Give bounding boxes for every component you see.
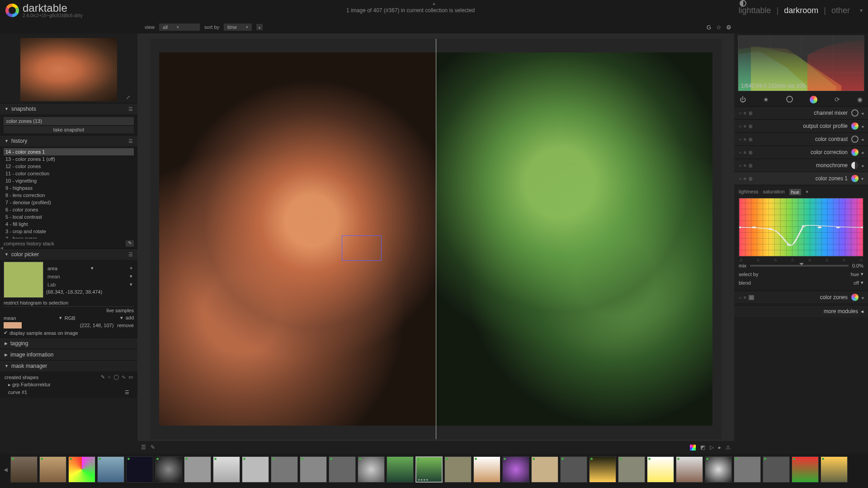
mask-ellipse-icon[interactable]: ◯ <box>113 374 119 380</box>
module-output-color-profile[interactable]: ○≡⊞ output color profile ◂ <box>734 119 868 132</box>
image-information-header[interactable]: ▶image information <box>0 349 137 360</box>
histogram[interactable]: 1/640 f/4.0 102mm iso 100 <box>738 35 864 91</box>
history-item[interactable]: 7 - denoise (profiled) <box>4 199 134 206</box>
mask-item-menu-icon[interactable]: ☰ <box>125 389 129 395</box>
sort-dropdown[interactable]: time <box>224 23 252 31</box>
filmstrip-thumb[interactable] <box>329 456 356 483</box>
quick-styles-icon[interactable]: ✎ <box>151 444 155 450</box>
snapshot-split-line[interactable] <box>436 39 436 439</box>
module-channel-mixer[interactable]: ○≡⊞ channel mixer ◂ <box>734 106 868 119</box>
mask-gradient-icon[interactable]: ▭ <box>128 374 133 380</box>
history-item[interactable]: 14 - color zones 1 <box>4 148 134 155</box>
filmstrip-thumb[interactable] <box>271 456 298 483</box>
cz-mix-slider[interactable] <box>750 265 849 267</box>
star-overlay-icon[interactable]: ☆ <box>715 23 722 31</box>
picker-tool-icon[interactable]: ⌖ <box>130 265 132 271</box>
module-color-zones-1[interactable]: ○≡⊞ color zones 1 ▾ <box>734 172 868 185</box>
left-panel-handle[interactable]: ◂ <box>0 244 5 255</box>
filmstrip-thumb[interactable] <box>39 456 66 483</box>
filmstrip-thumb[interactable] <box>618 456 645 483</box>
modgroup-correct-icon[interactable]: ⟳ <box>835 96 840 103</box>
modgroup-color-icon[interactable] <box>810 96 817 103</box>
gamut-check-icon[interactable]: ◩ <box>700 444 705 450</box>
filmstrip-thumb[interactable] <box>184 456 211 483</box>
filmstrip-thumb[interactable] <box>647 456 674 483</box>
view-darkroom[interactable]: darkroom <box>784 6 818 15</box>
history-item[interactable]: 8 - lens correction <box>4 192 134 199</box>
history-item[interactable]: 6 - color zones <box>4 206 134 213</box>
module-monochrome[interactable]: ○≡⊞ monochrome ◂ <box>734 159 868 172</box>
mask-group-item[interactable]: ▸ grp Farbkorrektur <box>4 381 134 389</box>
preferences-gear-icon[interactable]: ⚙ <box>725 23 732 31</box>
history-item[interactable]: 10 - vignetting <box>4 177 134 184</box>
cz-tab-lightness[interactable]: lightness <box>739 189 758 195</box>
compress-history-button[interactable]: compress history stack <box>4 241 126 246</box>
colorpicker-presets-icon[interactable]: ☰ <box>128 252 133 258</box>
filmstrip-thumb[interactable] <box>242 456 269 483</box>
softproof-icon[interactable] <box>690 445 696 450</box>
image-canvas-wrapper[interactable] <box>150 39 722 439</box>
create-style-icon[interactable]: ✎ <box>126 240 134 247</box>
filmstrip-thumb[interactable] <box>213 456 240 483</box>
cz-selectby-dropdown[interactable]: hue ▾ <box>851 271 863 277</box>
filmstrip-prev-icon[interactable]: ◂ <box>3 465 9 474</box>
history-item[interactable]: 5 - local contrast <box>4 213 134 221</box>
snapshots-presets-icon[interactable]: ☰ <box>128 106 133 112</box>
view-other-menu-icon[interactable]: ▾ <box>860 7 863 14</box>
history-presets-icon[interactable]: ☰ <box>128 138 133 144</box>
history-item[interactable]: 2 - base curve <box>4 235 134 239</box>
filmstrip-thumb[interactable] <box>97 456 124 483</box>
filmstrip-thumb[interactable] <box>792 456 819 483</box>
sort-direction-button[interactable]: ▴ <box>256 24 263 30</box>
cz-curve-editor[interactable] <box>739 198 863 257</box>
colorpicker-header[interactable]: ▼color picker☰ <box>0 249 137 260</box>
filmstrip-thumb[interactable] <box>589 456 616 483</box>
mask-circle-icon[interactable]: ○ <box>108 374 111 380</box>
snapshots-header[interactable]: ▼snapshots☰ <box>0 103 137 114</box>
filmstrip-thumb[interactable] <box>300 456 327 483</box>
cz-tab-hue[interactable]: hue <box>789 189 801 195</box>
view-filter-dropdown[interactable]: all <box>159 23 200 31</box>
filmstrip-thumb[interactable] <box>68 456 95 483</box>
filmstrip-thumb[interactable] <box>531 456 558 483</box>
filmstrip-thumb[interactable] <box>560 456 587 483</box>
mask-brush-icon[interactable]: ✎ <box>101 374 105 380</box>
filmstrip-thumb[interactable] <box>821 456 848 483</box>
remove-sample-button[interactable]: remove <box>117 323 134 328</box>
add-sample-button[interactable]: add <box>126 315 134 321</box>
mask-manager-header[interactable]: ▼mask manager <box>0 361 137 371</box>
history-item[interactable]: 11 - color correction <box>4 170 134 177</box>
filmstrip-thumb[interactable] <box>473 456 500 483</box>
cz-picker-icon[interactable]: ⌖ <box>806 189 808 195</box>
quick-presets-icon[interactable]: ☰ <box>141 444 146 450</box>
filmstrip-thumb[interactable] <box>126 456 153 483</box>
navigation-thumbnail[interactable]: ⤢ <box>0 33 137 103</box>
modgroup-favorites-icon[interactable]: ★ <box>763 96 769 103</box>
restrict-histogram-label[interactable]: restrict histogram to selection <box>4 299 134 306</box>
mask-path-icon[interactable]: ∿ <box>122 374 126 380</box>
snapshot-item[interactable]: color zones (13) <box>4 117 134 125</box>
picker-mode-dropdown[interactable]: area <box>47 266 57 271</box>
filmstrip-thumb[interactable] <box>444 456 472 483</box>
color-picker-region[interactable] <box>342 235 382 261</box>
more-modules-button[interactable]: more modules◂ <box>734 305 868 317</box>
history-item[interactable]: 3 - crop and rotate <box>4 228 134 235</box>
module-color-zones[interactable]: ○≡⊞ color zones ◂ <box>734 291 868 304</box>
top-panel-handle[interactable]: ▴ <box>433 0 435 6</box>
overexposed-icon[interactable]: ▷ <box>710 444 714 450</box>
picker-stat-dropdown[interactable]: mean <box>47 274 60 279</box>
warning-icon[interactable]: ⚠ <box>726 444 731 450</box>
filmstrip-thumb[interactable] <box>358 456 385 483</box>
module-color-contrast[interactable]: ○≡⊞ color contrast ◂ <box>734 132 868 145</box>
filmstrip-thumb[interactable] <box>763 456 790 483</box>
display-samples-checkbox[interactable]: ✔ <box>4 330 8 336</box>
history-item[interactable]: 13 - color zones 1 (off) <box>4 155 134 163</box>
history-item[interactable]: 12 - color zones <box>4 163 134 170</box>
sample-space-dropdown[interactable]: RGB <box>65 315 75 321</box>
view-lighttable[interactable]: lighttable <box>739 6 771 15</box>
sample-stat-dropdown[interactable]: mean <box>4 315 16 321</box>
filmstrip-thumb[interactable] <box>705 456 732 483</box>
group-icon[interactable]: G <box>705 23 712 31</box>
history-header[interactable]: ▼history☰ <box>0 136 137 146</box>
filmstrip-thumb[interactable] <box>502 456 529 483</box>
